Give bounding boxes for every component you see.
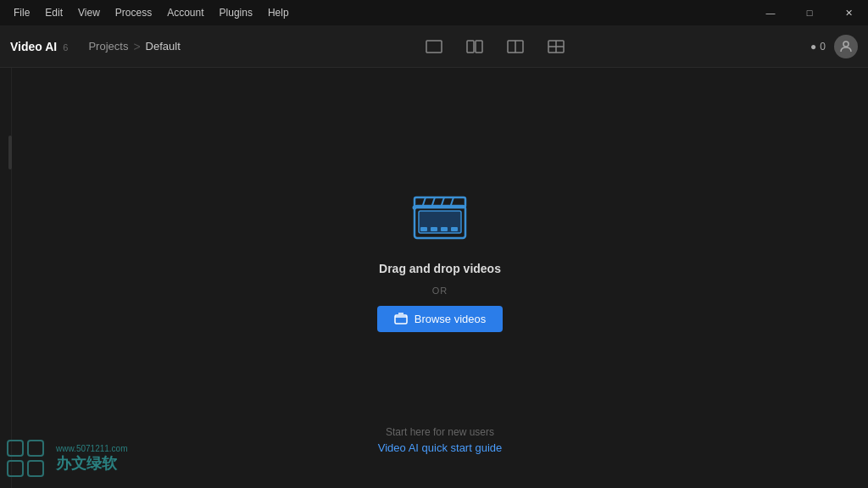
minimize-button[interactable]: — [751, 0, 790, 25]
svg-rect-18 [431, 227, 437, 231]
credits-count: 0 [820, 41, 826, 53]
svg-point-8 [843, 42, 849, 47]
title-bar: File Edit View Process Account Plugins H… [0, 0, 868, 25]
new-user-hint: Start here for new users [386, 426, 494, 438]
svg-rect-17 [420, 227, 427, 231]
layout-quad-button[interactable] [542, 37, 570, 56]
toolbar: Video AI 6 Projects > Default [0, 25, 868, 68]
breadcrumb-current: Default [146, 40, 181, 53]
svg-rect-20 [451, 227, 458, 231]
maximize-button[interactable]: □ [790, 0, 829, 25]
credits-icon: ● [810, 41, 816, 53]
close-button[interactable]: ✕ [829, 0, 868, 25]
app-title: Video AI 6 [10, 40, 68, 53]
svg-point-16 [412, 205, 416, 209]
layout-single-button[interactable] [420, 37, 448, 56]
window-controls: — □ ✕ [751, 0, 868, 25]
or-divider: OR [432, 286, 448, 296]
credits-badge[interactable]: ● 0 [810, 41, 826, 53]
app-version: 6 [60, 42, 68, 53]
drag-drop-label: Drag and drop videos [379, 262, 501, 275]
drop-zone: Drag and drop videos OR Browse videos [377, 191, 504, 332]
menu-plugins[interactable]: Plugins [213, 3, 259, 22]
menu-process[interactable]: Process [108, 3, 159, 22]
layout-dual-button[interactable] [461, 37, 488, 56]
toolbar-center [181, 37, 810, 56]
breadcrumb-parent[interactable]: Projects [88, 40, 128, 53]
content-area: Drag and drop videos OR Browse videos St… [12, 68, 868, 488]
left-sidebar [0, 68, 12, 488]
menu-edit[interactable]: Edit [38, 3, 70, 22]
menu-bar: File Edit View Process Account Plugins H… [7, 3, 296, 22]
footer-links: Start here for new users Video AI quick … [378, 426, 502, 454]
avatar[interactable] [834, 35, 858, 58]
menu-help[interactable]: Help [261, 3, 296, 22]
breadcrumb: Projects > Default [88, 40, 180, 53]
main-area: Drag and drop videos OR Browse videos St… [0, 68, 868, 488]
clapperboard-icon [410, 191, 470, 245]
svg-rect-2 [476, 41, 482, 53]
svg-rect-1 [467, 41, 474, 53]
svg-rect-0 [426, 41, 442, 53]
menu-account[interactable]: Account [160, 3, 210, 22]
breadcrumb-separator: > [133, 40, 140, 53]
menu-file[interactable]: File [7, 3, 36, 22]
quickstart-link[interactable]: Video AI quick start guide [378, 441, 502, 454]
toolbar-right: ● 0 [810, 35, 858, 58]
svg-rect-19 [441, 227, 448, 231]
menu-view[interactable]: View [71, 3, 107, 22]
browse-videos-button[interactable]: Browse videos [377, 306, 504, 332]
layout-compare-button[interactable] [502, 37, 529, 56]
